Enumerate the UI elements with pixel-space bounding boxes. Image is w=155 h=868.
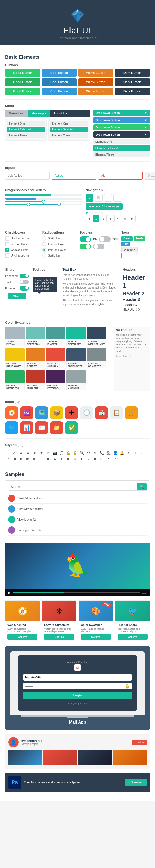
checkboxes-title: Checkboxes <box>5 230 39 234</box>
card-btn-4[interactable]: Get Pro <box>118 634 148 640</box>
tag-fun[interactable]: Fun <box>121 242 130 246</box>
page-4[interactable]: 4 <box>115 215 121 222</box>
radio-2[interactable] <box>42 242 46 246</box>
dropdown-btn-4[interactable]: Dropdown Button ▼ <box>93 131 150 138</box>
page-1[interactable]: 1 <box>93 215 99 222</box>
video-progress-fill <box>13 592 64 593</box>
tag-fresh[interactable]: Fresh <box>133 237 145 241</box>
search-input[interactable] <box>8 483 137 490</box>
input-normal[interactable] <box>5 172 50 180</box>
menu-item-menuitem[interactable]: Menu Item <box>5 110 28 117</box>
page-5[interactable]: 5 <box>122 215 128 222</box>
basic-elements-section: Basic Elements Buttons Good Button Cool … <box>5 55 150 792</box>
dropdown-btn-2[interactable]: Dropdown Button ▼ <box>93 117 150 123</box>
follow-button[interactable]: + Follow <box>132 740 147 745</box>
ps-download-button[interactable]: ↓ Download <box>125 779 147 786</box>
card-btn-2[interactable]: Get Pro <box>44 634 74 640</box>
toggle-1[interactable] <box>80 237 91 242</box>
checkbox-2[interactable] <box>5 242 9 246</box>
dd-list-item-1[interactable]: Element One <box>93 139 150 145</box>
card-text-4: Your files, shares and comments helps us… <box>118 627 148 633</box>
glyph-1: ✓ <box>5 451 10 455</box>
toggle-3[interactable] <box>80 244 91 249</box>
glyph-26: ⏭ <box>32 457 37 461</box>
dark-button-1[interactable]: Dark Button <box>115 69 150 77</box>
share-fb-toggle[interactable] <box>20 274 29 278</box>
dark-button-2[interactable]: Dark Button <box>115 78 150 86</box>
page-next[interactable]: ► <box>129 215 135 222</box>
panel-item-3[interactable]: Element Three <box>7 133 45 138</box>
tag-clean[interactable]: Clean <box>121 237 132 241</box>
card-btn-1[interactable]: Get Pro <box>7 634 37 640</box>
share-tw-toggle[interactable] <box>20 280 29 284</box>
radio-3[interactable] <box>42 248 46 252</box>
all-messages-button[interactable]: ◄◄ ◄◄ All messages <box>86 203 123 210</box>
search-item-3[interactable]: View Movie 42 <box>8 514 147 525</box>
page-2[interactable]: 2 <box>100 215 107 222</box>
cool-button-3[interactable]: Cool Button <box>42 88 77 95</box>
dd-list-item-2[interactable]: Element Selected <box>93 145 150 151</box>
radio-item-4: Static Item <box>42 253 76 257</box>
menu-item-messages[interactable]: Messages <box>28 110 50 117</box>
social-header: 👤 @monsterchic Sample Project + Follow <box>8 737 147 747</box>
toggle-2[interactable] <box>99 237 111 242</box>
input-alert[interactable] <box>98 172 143 180</box>
page-3[interactable]: 3 <box>107 215 114 222</box>
progress-bar-1 <box>5 194 83 196</box>
divider-4 <box>5 226 150 226</box>
warm-button-2[interactable]: Warm Button <box>78 78 114 86</box>
panel-item-1[interactable]: Element One <box>7 121 45 126</box>
tag-unique[interactable]: Unique ✕ <box>121 247 138 252</box>
card-btn-3[interactable]: Get Pro <box>81 634 111 640</box>
mail-password-input[interactable] <box>23 683 132 689</box>
radio-1[interactable] <box>42 237 46 241</box>
nav-icon-2[interactable]: ☰ <box>95 194 102 202</box>
video-play-button[interactable]: ▶ <box>8 591 10 595</box>
checkbox-1[interactable] <box>5 237 9 241</box>
search-item-4[interactable]: Fix bug on Website <box>8 525 147 535</box>
check-item-2: Item on Hover <box>5 242 39 246</box>
dropdown-btn-3[interactable]: Dropdown Button ▼ <box>93 124 150 130</box>
panel-item-6[interactable]: Element Three <box>50 133 88 138</box>
toggle-4[interactable] <box>93 244 104 249</box>
warm-button-3[interactable]: Warm Button <box>78 88 114 95</box>
good-button-1[interactable]: Good Button <box>5 69 40 77</box>
search-submit-button[interactable]: 🔍 <box>137 483 147 490</box>
good-button-3[interactable]: Good Button <box>5 88 40 95</box>
tag-input[interactable] <box>121 253 137 258</box>
good-button-2[interactable]: Good Button <box>5 78 40 86</box>
mail-logo-letter: M <box>76 666 79 669</box>
swatch-5: #34495EWET ASPHALT <box>87 327 106 346</box>
dark-button-3[interactable]: Dark Button <box>115 88 150 95</box>
panel-item-2[interactable]: Element Selected <box>7 127 45 132</box>
mail-login-button[interactable]: Login <box>23 691 132 699</box>
mail-username-input[interactable] <box>23 674 132 681</box>
dd-list-item-3[interactable]: Element Three <box>93 152 150 157</box>
checkbox-4[interactable] <box>5 253 9 257</box>
video-progress-bar[interactable] <box>13 592 140 593</box>
panel-item-5[interactable]: Element Selected <box>50 127 88 132</box>
icon-twitter-bird: 🐦 <box>5 421 18 434</box>
share-button[interactable]: Share <box>8 293 27 300</box>
radio-label-1: Static Item <box>48 237 61 240</box>
card-icon-3: 🎨 <box>91 607 101 616</box>
panel-item-4[interactable]: Element One <box>50 121 88 126</box>
page-prev[interactable]: ◄ <box>86 215 92 222</box>
warm-button-1[interactable]: Warm Button <box>78 69 114 77</box>
cool-button-1[interactable]: Cool Button <box>42 69 77 77</box>
nav-icons-row: ≡ ☰ ⊞ ≣ ◄◄ ◄◄ All messages <box>86 194 150 210</box>
share-pin-toggle[interactable] <box>20 286 29 291</box>
nav-icon-3[interactable]: ⊞ <box>104 194 112 202</box>
textbox-body: Here you can find the order, size, line-… <box>63 282 117 297</box>
checkbox-3[interactable]: ✓ <box>5 248 9 252</box>
radio-4[interactable] <box>42 253 46 257</box>
search-item-1[interactable]: Meet Adrian at 8pm <box>8 493 147 504</box>
nav-icon-4[interactable]: ≣ <box>114 194 121 202</box>
mail-forgot-link[interactable]: Forgot your password? <box>66 703 89 705</box>
cool-button-2[interactable]: Cool Button <box>42 78 77 86</box>
input-active[interactable] <box>52 172 96 180</box>
dropdown-btn-1[interactable]: Dropdown Button ▼ <box>93 110 150 116</box>
menu-item-aboutus[interactable]: About Us <box>50 110 90 117</box>
nav-icon-1[interactable]: ≡ <box>86 194 93 202</box>
search-item-2[interactable]: Chat with X.Kadinov <box>8 504 147 514</box>
